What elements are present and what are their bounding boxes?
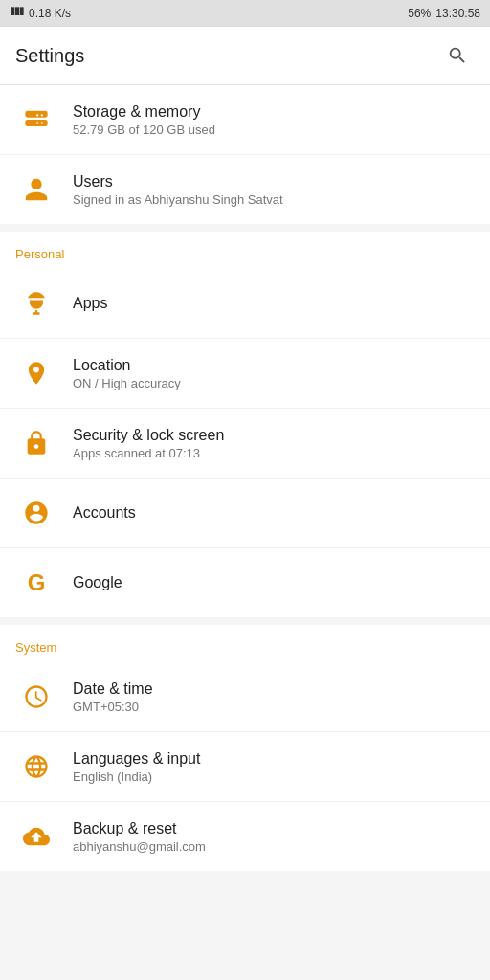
- setting-item-storage[interactable]: Storage & memory 52.79 GB of 120 GB used: [0, 85, 490, 155]
- svg-rect-3: [11, 11, 14, 15]
- users-subtitle: Signed in as Abhiyanshu Singh Satvat: [73, 192, 475, 207]
- accounts-text: Accounts: [73, 504, 475, 522]
- app-header: Settings: [0, 27, 490, 84]
- security-title: Security & lock screen: [73, 427, 475, 444]
- setting-item-language[interactable]: Languages & input English (India): [0, 732, 490, 802]
- security-icon: [15, 422, 57, 464]
- setting-item-accounts[interactable]: Accounts: [0, 479, 490, 548]
- apps-title: Apps: [73, 295, 475, 312]
- svg-rect-4: [15, 11, 19, 15]
- data-speed: 0.18 K/s: [29, 7, 71, 20]
- section-personal: Personal Apps Location ON / High accurac…: [0, 232, 490, 617]
- page-title: Settings: [15, 45, 84, 67]
- clock-icon: [15, 676, 57, 718]
- backup-icon: [15, 815, 57, 858]
- google-text: Google: [73, 574, 475, 591]
- personal-header: Personal: [0, 232, 490, 269]
- section-system: System Date & time GMT+05:30 Languages &…: [0, 625, 490, 871]
- storage-icon: [15, 99, 57, 141]
- status-left: 0.18 K/s: [10, 6, 71, 21]
- svg-rect-2: [20, 7, 24, 11]
- location-text: Location ON / High accuracy: [73, 357, 475, 390]
- setting-item-security[interactable]: Security & lock screen Apps scanned at 0…: [0, 409, 490, 479]
- status-right: 56% 13:30:58: [408, 7, 480, 20]
- datetime-title: Date & time: [73, 680, 475, 698]
- setting-item-location[interactable]: Location ON / High accuracy: [0, 339, 490, 409]
- google-icon: G: [15, 562, 57, 604]
- google-title: Google: [73, 574, 475, 591]
- section-general: Storage & memory 52.79 GB of 120 GB used…: [0, 85, 490, 224]
- language-subtitle: English (India): [73, 769, 475, 784]
- users-title: Users: [73, 173, 475, 190]
- storage-text: Storage & memory 52.79 GB of 120 GB used: [73, 103, 475, 137]
- location-title: Location: [73, 357, 475, 374]
- setting-item-apps[interactable]: Apps: [0, 269, 490, 339]
- datetime-subtitle: GMT+05:30: [73, 700, 475, 714]
- language-text: Languages & input English (India): [73, 750, 475, 784]
- svg-rect-5: [20, 11, 24, 15]
- svg-rect-1: [15, 7, 19, 11]
- accounts-icon: [15, 492, 57, 534]
- globe-icon: [15, 746, 57, 788]
- search-button[interactable]: [440, 38, 475, 73]
- backup-subtitle: abhiyanshu@gmail.com: [73, 839, 475, 854]
- language-title: Languages & input: [73, 750, 475, 768]
- backup-title: Backup & reset: [73, 820, 475, 837]
- time: 13:30:58: [435, 7, 480, 20]
- setting-item-users[interactable]: Users Signed in as Abhiyanshu Singh Satv…: [0, 155, 490, 224]
- setting-item-backup[interactable]: Backup & reset abhiyanshu@gmail.com: [0, 802, 490, 871]
- location-icon: [15, 352, 57, 394]
- security-text: Security & lock screen Apps scanned at 0…: [73, 427, 475, 460]
- apps-text: Apps: [73, 295, 475, 312]
- storage-subtitle: 52.79 GB of 120 GB used: [73, 122, 475, 137]
- setting-item-datetime[interactable]: Date & time GMT+05:30: [0, 662, 490, 732]
- status-bar: 0.18 K/s 56% 13:30:58: [0, 0, 490, 27]
- svg-rect-0: [11, 7, 14, 11]
- users-text: Users Signed in as Abhiyanshu Singh Satv…: [73, 173, 475, 207]
- storage-title: Storage & memory: [73, 103, 475, 121]
- location-subtitle: ON / High accuracy: [73, 376, 475, 390]
- backup-text: Backup & reset abhiyanshu@gmail.com: [73, 820, 475, 854]
- security-subtitle: Apps scanned at 07:13: [73, 446, 475, 460]
- users-icon: [15, 168, 57, 211]
- battery-level: 56%: [408, 7, 431, 20]
- accounts-title: Accounts: [73, 504, 475, 522]
- apps-icon: [15, 282, 57, 324]
- datetime-text: Date & time GMT+05:30: [73, 680, 475, 714]
- setting-item-google[interactable]: G Google: [0, 548, 490, 617]
- system-header: System: [0, 625, 490, 662]
